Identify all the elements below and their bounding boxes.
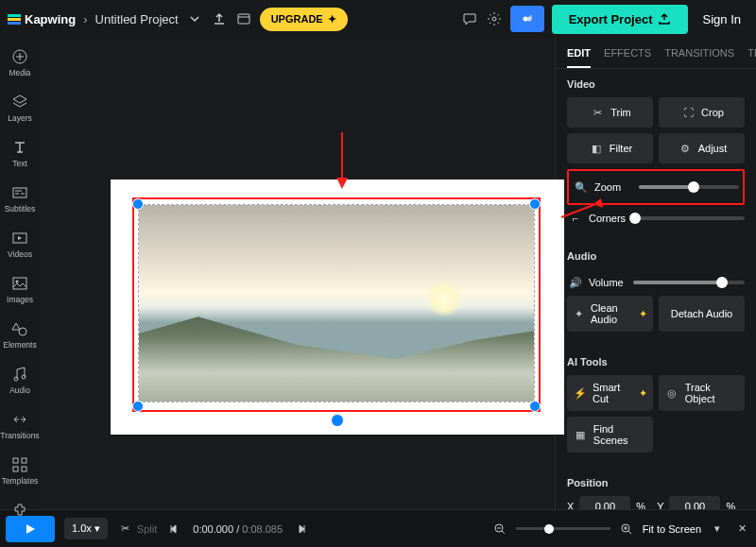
chevron-down-icon[interactable]: ▾ [709, 521, 726, 538]
sidebar-item-audio[interactable]: Audio [0, 363, 40, 397]
svg-rect-0 [238, 14, 249, 24]
play-button[interactable] [6, 516, 55, 542]
audio-section: Audio 🔊Volume ✦Clean Audio✦ Detach Audio [556, 241, 756, 347]
volume-slider[interactable] [633, 281, 745, 284]
sidebar-item-text[interactable]: Text [0, 136, 40, 170]
track-object-button[interactable]: ◎Track Object [659, 375, 745, 411]
sidebar-item-media[interactable]: Media [0, 45, 40, 79]
filter-label: Filter [610, 143, 632, 154]
split-button[interactable]: ✂Split [117, 521, 157, 538]
upgrade-button[interactable]: UPGRADE ✦ [260, 8, 348, 31]
comment-icon[interactable] [461, 10, 478, 27]
skip-back-icon[interactable] [166, 521, 183, 538]
zoom-label: Zoom [594, 181, 621, 193]
history-icon[interactable] [235, 10, 252, 27]
smart-cut-label: Smart Cut [593, 382, 634, 404]
sidebar-label: Text [12, 159, 27, 168]
signin-link[interactable]: Sign In [696, 12, 748, 26]
svg-rect-12 [13, 458, 18, 463]
resize-handle-bl[interactable] [132, 401, 144, 412]
trim-button[interactable]: ✂Trim [567, 97, 653, 128]
sidebar-item-elements[interactable]: Elements [0, 317, 40, 351]
zoom-in-icon[interactable] [618, 521, 635, 538]
resize-handle-tr[interactable] [529, 198, 541, 210]
shapes-icon [10, 319, 29, 338]
tab-effects[interactable]: EFFECTS [604, 47, 651, 68]
crop-label: Crop [701, 107, 724, 118]
close-icon[interactable]: ✕ [733, 521, 750, 538]
logo[interactable]: Kapwing [8, 12, 76, 26]
zoom-out-icon[interactable] [491, 521, 508, 538]
export-button[interactable]: Export Project [552, 5, 688, 34]
gear-icon[interactable] [486, 10, 503, 27]
music-icon [10, 365, 29, 384]
skip-forward-icon[interactable] [292, 521, 309, 538]
upload-icon[interactable] [211, 10, 228, 27]
canvas-zoom-slider[interactable] [516, 527, 610, 530]
chevron-down-icon[interactable] [186, 10, 203, 27]
detach-audio-label: Detach Audio [671, 308, 732, 319]
video-icon [10, 229, 29, 248]
trim-icon: ✂ [589, 104, 606, 121]
clean-audio-button[interactable]: ✦Clean Audio✦ [567, 296, 653, 332]
fit-to-screen-button[interactable]: Fit to Screen [643, 523, 701, 535]
image-icon [10, 274, 29, 293]
rotate-handle[interactable] [331, 414, 344, 427]
corners-slider[interactable] [633, 216, 745, 220]
resize-handle-tl[interactable] [132, 198, 144, 210]
speed-selector[interactable]: 1.0x ▾ [64, 518, 108, 539]
detach-audio-button[interactable]: Detach Audio [659, 296, 745, 332]
grid-icon [10, 455, 29, 474]
sidebar-label: Layers [8, 113, 32, 123]
svg-marker-19 [593, 198, 603, 208]
sidebar-label: Elements [3, 340, 36, 350]
sidebar-item-videos[interactable]: Videos [0, 227, 40, 261]
tab-edit[interactable]: EDIT [567, 47, 591, 68]
position-x-input[interactable] [579, 496, 630, 509]
smart-cut-button[interactable]: ⚡Smart Cut✦ [567, 375, 653, 411]
svg-point-1 [492, 17, 496, 21]
pct-label: % [726, 501, 735, 509]
svg-point-9 [19, 328, 26, 335]
svg-rect-15 [22, 467, 26, 471]
annotation-arrow-down [333, 132, 352, 189]
tab-timing[interactable]: TIMING [747, 47, 756, 68]
svg-marker-20 [26, 524, 35, 534]
resize-handle-br[interactable] [529, 401, 541, 412]
sidebar-item-subtitles[interactable]: Subtitles [0, 181, 40, 215]
canvas-area[interactable] [40, 38, 555, 509]
crop-button[interactable]: ⛶Crop [659, 97, 745, 128]
sidebar-item-images[interactable]: Images [0, 272, 40, 306]
upgrade-label: UPGRADE [271, 13, 323, 25]
scissors-icon: ✂ [117, 521, 134, 538]
find-scenes-button[interactable]: ▦Find Scenes [567, 417, 653, 453]
adjust-button[interactable]: ⚙Adjust [659, 133, 745, 163]
sidebar-item-templates[interactable]: Templates [0, 453, 40, 487]
annotation-red-box [132, 197, 541, 412]
share-button[interactable] [510, 6, 544, 32]
current-time: 0:00.000 [193, 523, 233, 535]
annotation-arrow-diag [556, 198, 603, 227]
find-scenes-label: Find Scenes [593, 423, 647, 446]
breadcrumb-separator: › [83, 12, 87, 26]
trim-label: Trim [610, 107, 631, 118]
sidebar-label: Media [9, 68, 30, 77]
filter-button[interactable]: ◧Filter [567, 133, 653, 163]
panel-tabs: EDIT EFFECTS TRANSITIONS TIMING [556, 38, 756, 69]
svg-rect-7 [13, 278, 26, 289]
duration: 0:08.085 [242, 523, 283, 535]
plus-circle-icon [10, 47, 29, 66]
bottom-bar: 1.0x ▾ ✂Split 0:00.000 / 0:08.085 Fit to… [0, 509, 756, 547]
pct-label: % [636, 501, 645, 509]
project-title[interactable]: Untitled Project [95, 12, 179, 26]
section-title-audio: Audio [567, 250, 745, 262]
bolt-icon: ⚡ [573, 385, 588, 402]
zoom-slider[interactable] [639, 185, 739, 189]
time-display: 0:00.000 / 0:08.085 [193, 523, 283, 535]
speed-label: 1.0x [72, 522, 92, 534]
sidebar-item-layers[interactable]: Layers [0, 91, 40, 125]
sidebar-label: Subtitles [5, 204, 36, 214]
tab-transitions[interactable]: TRANSITIONS [664, 47, 734, 68]
position-y-input[interactable] [669, 496, 720, 509]
sidebar-item-transitions[interactable]: Transitions [0, 408, 40, 442]
